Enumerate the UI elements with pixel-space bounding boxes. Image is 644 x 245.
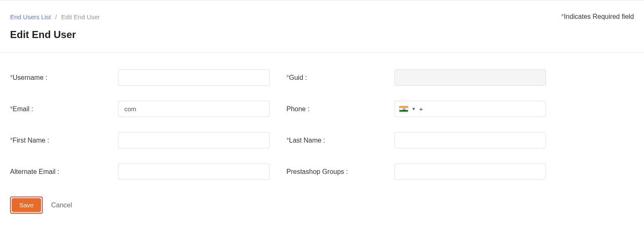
label-last-name: *Last Name :	[286, 137, 394, 144]
breadcrumb: End Users List / Edit End User	[10, 13, 100, 20]
breadcrumb-current: Edit End User	[61, 13, 100, 20]
label-first-name: *First Name :	[10, 137, 118, 144]
field-phone: Phone : ▼ +	[286, 101, 546, 117]
breadcrumb-parent-link[interactable]: End Users List	[10, 13, 51, 20]
india-flag-icon	[399, 106, 408, 112]
required-indicator-note: *Indicates Required field	[562, 13, 634, 20]
alt-email-input[interactable]	[118, 163, 270, 180]
email-input[interactable]	[118, 101, 270, 117]
label-guid: *Guid :	[286, 74, 394, 82]
label-phone: Phone :	[286, 105, 394, 113]
field-first-name: *First Name :	[10, 132, 270, 148]
guid-input	[394, 69, 546, 86]
field-username: *Username :	[10, 69, 270, 86]
field-last-name: *Last Name :	[286, 132, 546, 148]
required-text: Indicates Required field	[564, 13, 634, 20]
last-name-input[interactable]	[394, 132, 546, 148]
first-name-input[interactable]	[118, 132, 270, 148]
breadcrumb-separator: /	[53, 13, 59, 20]
field-prestashop-groups: Prestashop Groups :	[286, 163, 546, 180]
username-input[interactable]	[118, 69, 270, 86]
field-alt-email: Alternate Email :	[10, 163, 270, 180]
prestashop-groups-input[interactable]	[394, 163, 546, 180]
save-button[interactable]: Save	[12, 198, 41, 212]
label-username: *Username :	[10, 74, 118, 82]
form-actions: Save Cancel	[0, 188, 644, 225]
page-title: Edit End User	[0, 20, 644, 52]
phone-prefix: +	[419, 105, 423, 112]
label-alt-email: Alternate Email :	[10, 168, 118, 176]
header-row: End Users List / Edit End User *Indicate…	[0, 0, 644, 20]
label-prestashop: Prestashop Groups :	[286, 168, 394, 176]
field-guid: *Guid :	[286, 69, 546, 86]
edit-user-form: *Username : *Guid : *Email : Phone : ▼ +…	[0, 53, 644, 188]
phone-input-wrap[interactable]: ▼ +	[394, 101, 546, 117]
label-email: *Email :	[10, 105, 118, 113]
save-button-highlight: Save	[10, 197, 43, 214]
cancel-button[interactable]: Cancel	[51, 202, 72, 209]
phone-input[interactable]	[426, 104, 541, 114]
field-email: *Email :	[10, 101, 270, 117]
chevron-down-icon[interactable]: ▼	[412, 107, 416, 111]
